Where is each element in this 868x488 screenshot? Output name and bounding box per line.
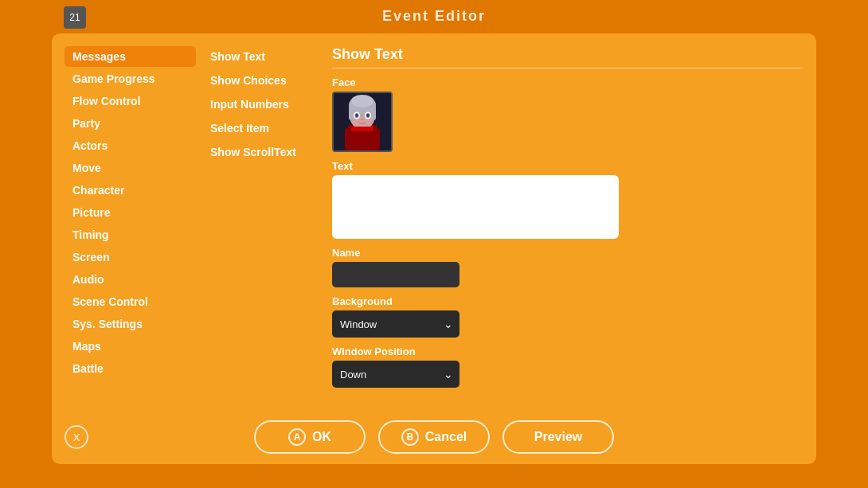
window-position-section: Window Position Down Middle Up ⌄ (332, 346, 803, 388)
dialog-body: MessagesGame ProgressFlow ControlPartyAc… (52, 33, 816, 410)
sidebar: MessagesGame ProgressFlow ControlPartyAc… (65, 46, 196, 410)
svg-rect-7 (371, 104, 376, 120)
preview-button[interactable]: Preview (502, 420, 614, 454)
sidebar-item-game-progress[interactable]: Game Progress (65, 68, 196, 89)
sidebar-item-character[interactable]: Character (65, 180, 196, 201)
sidebar-item-timing[interactable]: Timing (65, 224, 196, 245)
ok-badge: A (288, 428, 306, 446)
sidebar-item-screen[interactable]: Screen (65, 247, 196, 267)
main-content: Show Text Face (332, 46, 803, 410)
background-select[interactable]: Window Dim Transparent (332, 310, 459, 338)
window-position-label: Window Position (332, 346, 803, 357)
name-label: Name (332, 247, 803, 259)
sidebar-item-messages[interactable]: Messages (65, 46, 196, 67)
svg-point-13 (356, 114, 358, 117)
middle-item-select-item[interactable]: Select Item (202, 118, 326, 139)
svg-point-15 (362, 119, 364, 120)
sidebar-item-battle[interactable]: Battle (65, 358, 196, 379)
character-portrait (334, 93, 391, 150)
sidebar-item-flow-control[interactable]: Flow Control (65, 91, 196, 111)
ok-label: OK (312, 430, 331, 444)
window-position-select[interactable]: Down Middle Up (332, 361, 459, 388)
middle-menu: Show TextShow ChoicesInput NumbersSelect… (202, 46, 326, 410)
background-label: Background (332, 295, 803, 307)
background-select-wrapper: Window Dim Transparent ⌄ (332, 310, 459, 338)
middle-item-show-scrolltext[interactable]: Show ScrollText (202, 142, 326, 162)
sidebar-item-picture[interactable]: Picture (65, 202, 196, 223)
svg-point-14 (367, 114, 369, 117)
name-input[interactable] (332, 262, 459, 287)
sidebar-item-maps[interactable]: Maps (65, 336, 196, 357)
text-input[interactable] (332, 175, 619, 239)
name-section: Name (332, 247, 803, 287)
ok-button[interactable]: A OK (254, 420, 366, 454)
svg-rect-6 (349, 104, 354, 120)
sidebar-item-move[interactable]: Move (65, 158, 196, 178)
sidebar-item-audio[interactable]: Audio (65, 269, 196, 290)
face-image[interactable] (332, 92, 393, 152)
x-button[interactable]: X (65, 425, 88, 449)
face-label: Face (332, 76, 803, 88)
window-title: Event Editor (382, 8, 486, 25)
face-section: Face (332, 76, 803, 152)
cancel-button[interactable]: B Cancel (378, 420, 490, 454)
cancel-label: Cancel (425, 430, 467, 444)
svg-point-8 (351, 95, 373, 107)
preview-label: Preview (534, 430, 582, 444)
bottom-bar: X A OK B Cancel Preview (52, 410, 816, 464)
window-position-select-wrapper: Down Middle Up ⌄ (332, 361, 459, 388)
middle-item-show-text[interactable]: Show Text (202, 46, 326, 67)
title-text: Event Editor (382, 8, 486, 24)
middle-item-show-choices[interactable]: Show Choices (202, 70, 326, 91)
outer-background: 21 Event Editor MessagesGame ProgressFlo… (0, 0, 868, 488)
x-label: X (73, 431, 80, 443)
sidebar-item-scene-control[interactable]: Scene Control (65, 291, 196, 312)
sidebar-item-actors[interactable]: Actors (65, 135, 196, 156)
middle-item-input-numbers[interactable]: Input Numbers (202, 94, 326, 115)
event-editor-dialog: MessagesGame ProgressFlow ControlPartyAc… (52, 33, 816, 464)
panel-title: Show Text (332, 46, 803, 68)
svg-rect-16 (351, 127, 373, 131)
text-label: Text (332, 160, 803, 172)
sidebar-item-party[interactable]: Party (65, 113, 196, 134)
cancel-badge: B (401, 428, 419, 446)
top-left-icon: 21 (64, 6, 86, 29)
sidebar-item-sys-settings[interactable]: Sys. Settings (65, 314, 196, 334)
text-section: Text (332, 160, 803, 239)
background-section: Background Window Dim Transparent ⌄ (332, 295, 803, 338)
